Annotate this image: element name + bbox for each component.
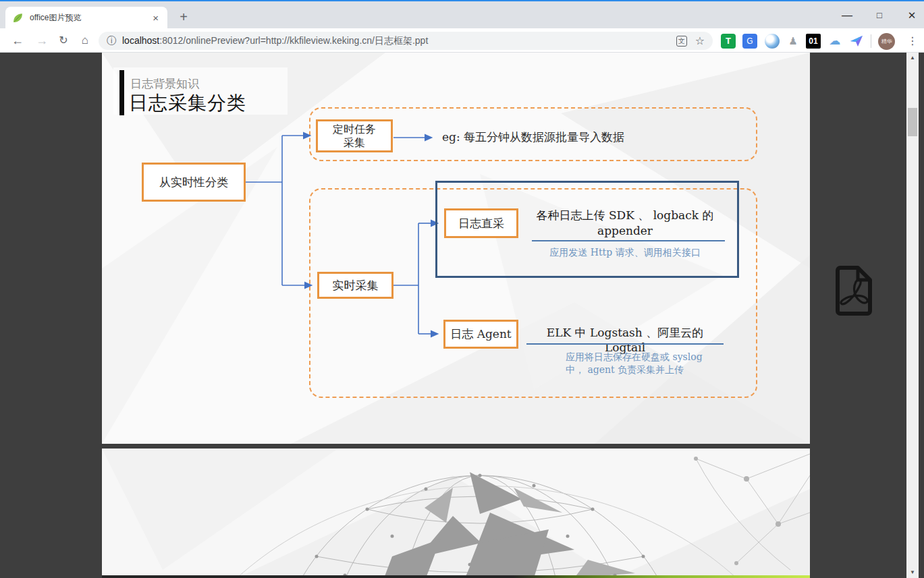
- direct-note-text: 应用发送 Http 请求、调用相关接口: [525, 247, 725, 259]
- browser-menu-icon[interactable]: ⋮: [906, 32, 919, 50]
- direct-detail-line2: appender: [525, 223, 725, 239]
- address-bar[interactable]: ⓘ localhost:8012/onlinePreview?url=http:…: [99, 32, 713, 50]
- profile-avatar[interactable]: 精华: [878, 33, 895, 50]
- slide-subtitle: 日志背景知识: [130, 76, 199, 92]
- agent-detail-underline: [526, 343, 724, 345]
- url-path: :8012/onlinePreview?url=http://kkfilevie…: [159, 35, 428, 46]
- url-text[interactable]: localhost:8012/onlinePreview?url=http://…: [122, 35, 676, 47]
- translate-icon[interactable]: 文: [676, 36, 687, 47]
- direct-detail-line1: 各种日志上传 SDK 、 logback 的: [525, 208, 725, 223]
- new-tab-button[interactable]: +: [175, 9, 192, 25]
- slide-page-1: 日志背景知识 日志采集分类 从实时性分类 定时任务 采集 实时采集 日志直采 日…: [102, 53, 810, 444]
- agent-note-line1: 应用将日志保存在硬盘或 syslog: [566, 351, 734, 364]
- timed-example-text: eg: 每五分钟从数据源批量导入数据: [442, 129, 624, 145]
- page-scrollbar[interactable]: ▲ ▼: [906, 53, 919, 578]
- scrollbar-up-icon[interactable]: ▲: [906, 53, 919, 63]
- refresh-icon[interactable]: ↻: [54, 31, 73, 50]
- browser-window: office图片预览 × + — □ ✕ ← → ↻ ⌂ ⓘ localhost…: [0, 0, 924, 578]
- node-timed-line1: 定时任务: [333, 123, 376, 136]
- home-icon[interactable]: ⌂: [76, 31, 94, 50]
- paper-plane-extension-icon[interactable]: [849, 34, 864, 49]
- maximize-button[interactable]: □: [869, 7, 890, 24]
- pdf-file-icon[interactable]: [831, 264, 879, 317]
- direct-detail-text: 各种日志上传 SDK 、 logback 的 appender: [525, 208, 725, 239]
- translate-extension-icon[interactable]: G: [742, 34, 757, 49]
- scrollbar-down-icon[interactable]: ▼: [906, 567, 919, 578]
- node-direct-log-collect: 日志直采: [444, 208, 518, 238]
- anchor-extension-icon[interactable]: ♟: [786, 34, 800, 49]
- node-log-agent: 日志 Agent: [443, 320, 518, 349]
- badge-01-extension-icon[interactable]: 01: [806, 34, 821, 49]
- node-realtime-collect: 实时采集: [317, 272, 393, 299]
- close-button[interactable]: ✕: [902, 7, 922, 24]
- cloud-extension-icon[interactable]: ☁: [827, 34, 842, 49]
- agent-note-line2: 中， agent 负责采集并上传: [566, 364, 734, 376]
- page-info-icon[interactable]: ⓘ: [107, 35, 116, 47]
- spring-leaf-favicon-icon: [12, 12, 24, 24]
- tampermonkey-extension-icon[interactable]: T: [721, 34, 736, 49]
- slide2-background: [102, 449, 810, 578]
- node-classify-by-realtime: 从实时性分类: [142, 163, 246, 202]
- tab-close-icon[interactable]: ×: [151, 12, 161, 24]
- tab-strip: office图片预览 × + — □ ✕: [0, 1, 924, 28]
- node-timed-task-collect: 定时任务 采集: [316, 119, 393, 152]
- direct-detail-underline: [532, 240, 725, 241]
- download-manager-extension-icon[interactable]: [765, 34, 780, 49]
- slide-page-2: [102, 449, 810, 578]
- browser-tab[interactable]: office图片预览 ×: [5, 7, 167, 28]
- slide2-bottom-strip: [102, 575, 810, 578]
- scrollbar-thumb[interactable]: [908, 108, 917, 136]
- bookmark-star-icon[interactable]: ☆: [695, 34, 705, 47]
- agent-note-text: 应用将日志保存在硬盘或 syslog 中， agent 负责采集并上传: [566, 351, 734, 376]
- tab-title: office图片预览: [30, 12, 151, 24]
- node-timed-line2: 采集: [344, 136, 365, 150]
- agent-detail-text: ELK 中 Logstash 、阿里云的 Logtail: [526, 325, 724, 354]
- back-icon[interactable]: ←: [8, 31, 27, 50]
- title-accent-bar: [119, 70, 124, 115]
- url-host: localhost: [122, 35, 159, 46]
- forward-icon[interactable]: →: [32, 31, 51, 50]
- minimize-button[interactable]: —: [837, 7, 857, 24]
- slide-title: 日志采集分类: [129, 90, 246, 116]
- toolbar-divider: [871, 34, 871, 48]
- browser-toolbar: ← → ↻ ⌂ ⓘ localhost:8012/onlinePreview?u…: [0, 28, 924, 53]
